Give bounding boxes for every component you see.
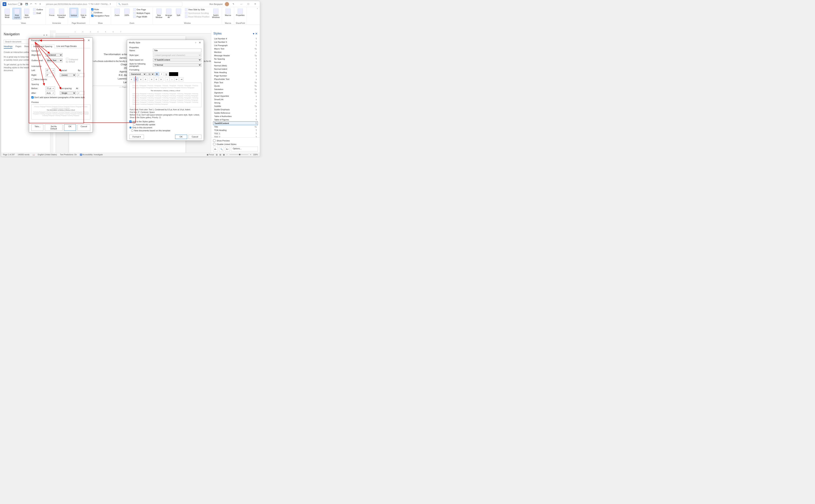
switch-windows-button[interactable]: Switch Windows <box>211 8 220 19</box>
set-default-button[interactable]: Set As Default <box>45 124 62 131</box>
view-print-icon[interactable]: ▥ <box>216 154 217 156</box>
show-preview-checkbox[interactable]: Show Preview <box>213 139 258 142</box>
modify-style-close-button[interactable]: ✕ <box>198 41 202 44</box>
focus-mode-button[interactable]: ▣ Focus <box>207 154 214 156</box>
font-size-select[interactable]: 12 <box>147 72 154 76</box>
zoom-slider[interactable] <box>229 154 248 155</box>
macros-button[interactable]: Macros <box>223 8 232 17</box>
indent-dec-button[interactable]: ⇤ <box>174 77 179 81</box>
new-style-button[interactable]: A₊ <box>213 147 218 152</box>
user-avatar[interactable] <box>225 2 229 6</box>
auto-update-checkbox[interactable]: Automatically update <box>133 123 155 126</box>
line-spacing-1-button[interactable]: ≡ <box>150 77 154 81</box>
align-left-button[interactable]: ≡ <box>129 77 133 81</box>
indent-inc-button[interactable]: ⇥ <box>179 77 183 81</box>
spacing-after-input[interactable]: Auto <box>46 91 55 95</box>
autosave-toggle[interactable] <box>18 3 23 5</box>
vertical-button[interactable]: Vertical <box>69 8 78 17</box>
style-item[interactable]: SmartLinka <box>213 98 258 101</box>
undo-icon[interactable]: ↶ <box>30 3 33 6</box>
pen-icon[interactable]: ✎ <box>232 3 235 6</box>
format-button[interactable]: Format ▾ <box>129 135 144 139</box>
style-item[interactable]: Table of Authorities¶ <box>213 115 258 118</box>
style-item[interactable]: Title¶a <box>213 125 258 128</box>
style-item[interactable]: Quote¶a <box>213 84 258 88</box>
read-mode-button[interactable]: Read Mode <box>3 8 12 19</box>
page-width-button[interactable]: Page Width <box>132 15 151 18</box>
paragraph-ok-button[interactable]: OK <box>64 124 76 131</box>
style-item[interactable]: Plain Text¶a <box>213 81 258 84</box>
properties-button[interactable]: Properties <box>236 8 245 17</box>
style-item[interactable]: Subtle Referencea <box>213 111 258 115</box>
nav-dropdown-icon[interactable]: ▾ <box>44 34 45 36</box>
nav-tab-headings[interactable]: Headings <box>4 45 12 49</box>
style-item[interactable]: Normal Indent¶ <box>213 67 258 71</box>
side-to-side-button[interactable]: Side to Side <box>79 8 88 19</box>
modify-ok-button[interactable]: OK <box>175 135 187 139</box>
style-item[interactable]: Salutation¶a <box>213 88 258 91</box>
maximize-button[interactable]: ☐ <box>245 3 251 5</box>
justify-button[interactable]: ≡ <box>143 77 147 81</box>
draft-button[interactable]: Draft <box>32 11 44 15</box>
zoom-button[interactable]: Zoom <box>113 8 122 17</box>
new-docs-radio[interactable]: New documents based on this template <box>131 129 170 132</box>
italic-button[interactable]: I <box>159 72 164 76</box>
arrange-all-button[interactable]: Arrange All <box>164 8 173 19</box>
qat-dropdown-icon[interactable]: ▾ <box>39 3 42 6</box>
style-item[interactable]: Note Heading¶a <box>213 71 258 74</box>
styles-options-button[interactable]: Options... <box>231 147 258 152</box>
gridlines-checkbox[interactable]: Gridlines <box>91 11 109 14</box>
manage-styles-button[interactable]: A✓ <box>225 147 230 152</box>
split-button[interactable]: Split <box>174 8 183 17</box>
style-item[interactable]: TOC 1¶ <box>213 132 258 135</box>
only-doc-radio[interactable]: Only in this document <box>129 126 201 129</box>
nav-tab-pages[interactable]: Pages <box>15 45 21 49</box>
zoom-out-button[interactable]: − <box>226 154 228 156</box>
zoom-100-button[interactable]: 100% <box>122 8 131 17</box>
style-item[interactable]: Stronga <box>213 101 258 104</box>
style-item[interactable]: TOA Heading¶ <box>213 128 258 132</box>
paragraph-close-button[interactable]: ✕ <box>87 39 91 42</box>
style-based-select[interactable]: ¶ Task03Content <box>153 58 201 62</box>
line-breaks-tab[interactable]: Line and Page Breaks <box>54 44 79 48</box>
styles-close-icon[interactable]: ✕ <box>255 32 257 35</box>
style-item[interactable]: Normal (Web)¶ <box>213 64 258 67</box>
indent-left-input[interactable]: 0" <box>46 68 55 72</box>
one-page-button[interactable]: One Page <box>132 8 151 11</box>
special-indent-select[interactable]: (none) <box>60 73 76 77</box>
indent-right-input[interactable]: 0" <box>46 73 55 77</box>
zoom-level[interactable]: 100% <box>253 154 258 156</box>
line-spacing-select[interactable]: Single <box>60 91 76 95</box>
minimize-button[interactable]: — <box>238 3 244 5</box>
style-item[interactable]: Subtitle¶a <box>213 104 258 108</box>
page-status[interactable]: Page 1 of 297 <box>3 154 15 156</box>
accessibility-status[interactable]: ♿ Accessibility: Investigate <box>80 154 103 156</box>
add-gallery-checkbox[interactable]: Add to the Styles gallery <box>129 120 201 123</box>
style-item[interactable]: TOC 2¶ <box>213 135 258 137</box>
view-web-icon[interactable]: ▦ <box>223 154 225 156</box>
multi-page-button[interactable]: Multiple Pages <box>132 11 151 15</box>
style-item[interactable]: No Spacing¶ <box>213 57 258 61</box>
new-window-button[interactable]: New Window <box>154 8 163 19</box>
text-predictions[interactable]: Text Predictions: On <box>60 154 77 156</box>
focus-button[interactable]: Focus <box>47 8 56 17</box>
line-spacing-15-button[interactable]: ≡ <box>154 77 158 81</box>
side-by-side-button[interactable]: View Side by Side <box>184 8 211 11</box>
style-item[interactable]: Page Numbera <box>213 74 258 77</box>
help-icon[interactable]: ? <box>84 39 85 42</box>
mirror-indents-checkbox[interactable]: Mirror indents <box>31 78 90 81</box>
bold-button[interactable]: B <box>155 72 159 76</box>
redo-icon[interactable]: ↷ <box>34 3 37 6</box>
horizontal-ruler[interactable]: 1234567 <box>56 30 211 33</box>
style-item[interactable]: Placeholder Texta <box>213 77 258 81</box>
search-input[interactable]: Search <box>117 2 182 6</box>
outline-level-select[interactable]: Body Text <box>46 59 62 62</box>
style-following-select[interactable]: ¶ Normal <box>153 63 201 67</box>
underline-button[interactable]: U <box>164 72 168 76</box>
language-status[interactable]: English (United States) <box>38 154 57 156</box>
space-before-inc-button[interactable]: ↕ <box>165 77 169 81</box>
align-right-button[interactable]: ≡ <box>139 77 143 81</box>
immersive-reader-button[interactable]: Immersive Reader <box>57 8 66 19</box>
styles-dropdown-icon[interactable]: ▾ <box>253 32 254 35</box>
spell-check-icon[interactable]: 📖 <box>32 154 35 156</box>
